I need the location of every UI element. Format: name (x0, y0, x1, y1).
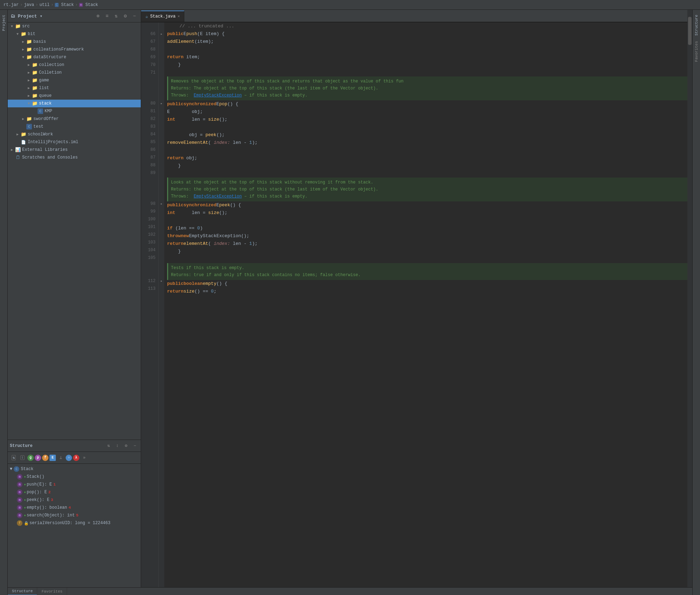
rvt-structure[interactable]: Structure (694, 13, 699, 38)
folder-icon: 📁 (32, 93, 38, 99)
code-line-99: int len = size(); (167, 209, 687, 217)
str-filter-split[interactable]: ⊥ (57, 454, 65, 462)
breadcrumb-util[interactable]: util (39, 2, 49, 7)
tree-item-label: src (22, 24, 30, 29)
str-filter-green[interactable]: g (27, 455, 34, 461)
code-line-98: public synchronized E peek() { (167, 201, 687, 209)
code-line-112: public boolean empty() { (167, 280, 687, 288)
str-filter-purple[interactable]: p (35, 455, 41, 461)
tree-item-basis[interactable]: ▶📁basis (8, 38, 141, 46)
bottom-tab-favorites[interactable]: Favorites (37, 588, 67, 595)
breadcrumb-jar[interactable]: rt.jar (4, 2, 19, 7)
tree-item-test[interactable]: Ctest (8, 123, 141, 131)
collapse-all-btn[interactable]: ≡ (104, 13, 111, 20)
str-item-search[interactable]: m●search(Object): int5 (8, 512, 141, 519)
tree-item-label: schoolWork (28, 132, 53, 137)
tree-item-label: game (39, 78, 49, 83)
code-line-82: int len = size(); (167, 116, 687, 123)
method-icon: m (17, 474, 22, 480)
tree-item-IntellijProjects[interactable]: 📄IntellijProjects.iml (8, 138, 141, 146)
bp-cell-112: ▸ (160, 277, 163, 285)
breadcrumb-sep1: › (20, 2, 22, 7)
scroll-thumb[interactable] (688, 17, 692, 45)
tree-item-label: basis (33, 39, 46, 44)
str-item-pop[interactable]: m●pop(): E2 (8, 488, 141, 496)
tree-item-src[interactable]: ▼📁src (8, 22, 141, 30)
tree-arrow: ▼ (15, 32, 20, 36)
breadcrumb: rt.jar › java › util › C Stack › m Stack (0, 0, 700, 10)
str-item-peek[interactable]: m●peek(): E3 (8, 496, 141, 504)
tree-arrow: ▶ (26, 94, 32, 98)
code-line-103: return elementAt( index: len - 1); (167, 240, 687, 248)
line-num-85: 85 (151, 138, 156, 146)
tree-item-dataStructure[interactable]: ▼📁dataStructure (8, 53, 141, 61)
str-filter-blue[interactable]: E (49, 455, 56, 461)
editor-scrollbar[interactable] (687, 10, 692, 587)
folder-icon: 📁 (26, 116, 32, 122)
tree-item-bit[interactable]: ▼📁bit (8, 30, 141, 38)
line-num-82: 82 (151, 115, 156, 123)
breadcrumb-class2[interactable]: m Stack (79, 2, 98, 7)
visibility-icon: ● (24, 483, 26, 487)
sort-btn[interactable]: ⇅ (113, 13, 120, 20)
line-num-99: 99 (151, 208, 156, 215)
editor-panel: ☕ Stack.java × 6667686970718081828384858… (141, 10, 687, 587)
str-filter-fields[interactable]: ↕ (19, 454, 26, 462)
folder-icon: 📁 (26, 54, 32, 60)
tree-item-game[interactable]: ▶📁game (8, 76, 141, 84)
tree-arrow: ▶ (26, 78, 32, 82)
line-num-87: 87 (151, 154, 156, 161)
breadcrumb-class1[interactable]: C Stack (55, 2, 74, 7)
line-num-86: 86 (151, 146, 156, 154)
str-item-class-stack[interactable]: ▼CStack (8, 465, 141, 473)
tab-stack-java[interactable]: ☕ Stack.java × (141, 11, 184, 22)
code-editor[interactable]: 6667686970718081828384858687888998991001… (141, 22, 687, 587)
line-num-101: 101 (148, 223, 156, 231)
str-sort-btn1[interactable]: ⇅ (105, 442, 112, 450)
tree-item-Scratches[interactable]: 🗒Scratches and Consoles (8, 154, 141, 161)
str-filter-orange[interactable]: f (42, 455, 48, 461)
str-item-num: 2 (48, 490, 51, 494)
rvt-favorites[interactable]: Favorites (694, 39, 699, 64)
str-filter-circle[interactable]: ○ (66, 455, 72, 461)
javadoc-block: Tests if this stack is empty.Returns: tr… (167, 263, 687, 280)
tree-item-Colletion[interactable]: ▶📁Colletion (8, 69, 141, 76)
hide-panel-btn[interactable]: − (131, 13, 138, 20)
str-hide-btn[interactable]: − (131, 442, 139, 450)
code-line-85: removeElementAt( index: len - 1); (167, 139, 687, 147)
folder-icon: 📁 (32, 62, 38, 68)
str-item-constructor[interactable]: m●Stack() (8, 473, 141, 481)
tab-bar: ☕ Stack.java × (141, 10, 687, 22)
tab-java-icon: ☕ (145, 14, 148, 19)
gear-btn[interactable]: ⚙ (122, 13, 129, 20)
bottom-tab-structure[interactable]: Structure (8, 588, 37, 595)
project-nav-button[interactable]: Project (1, 13, 7, 33)
str-item-serialUID[interactable]: f🔒serialVersionUID: long = 1224463 (8, 519, 141, 527)
tree-item-ExternalLibraries[interactable]: ▶📊External Libraries (8, 146, 141, 154)
str-item-empty[interactable]: m●empty(): boolean4 (8, 504, 141, 512)
str-more-btn[interactable]: » (80, 454, 88, 462)
tree-item-collections[interactable]: ▶📁colleationsFramework (8, 46, 141, 53)
tree-item-collection[interactable]: ▶📁collection (8, 61, 141, 69)
str-item-push[interactable]: m●push(E): E1 (8, 481, 141, 488)
str-filter-lambda[interactable]: λ (73, 455, 79, 461)
code-line-101: if (len == 0) (167, 225, 687, 232)
str-sort-btn2[interactable]: ↕ (113, 442, 121, 450)
tree-item-list[interactable]: ▶📁list (8, 84, 141, 92)
str-settings-btn[interactable]: ⚙ (122, 442, 130, 450)
method-icon: m (17, 513, 22, 518)
tree-item-queue[interactable]: ▶📁queue (8, 92, 141, 100)
tree-item-schoolWork[interactable]: ▶📁schoolWork (8, 131, 141, 138)
tree-item-stack[interactable]: ▼📁stack (8, 100, 141, 107)
scope-icon-btn[interactable]: ⊕ (94, 13, 101, 20)
tree-item-swordOffer[interactable]: ▶📁swordOffer (8, 115, 141, 123)
iml-icon: 📄 (20, 139, 27, 145)
str-filter-inherited[interactable]: ⇅ (10, 454, 18, 462)
breadcrumb-java[interactable]: java (24, 2, 34, 7)
tree-arrow: ▶ (20, 47, 26, 52)
method-icon: m (17, 482, 22, 487)
doc-line: Throws: EmptyStackException – if this st… (171, 193, 685, 200)
tab-close-btn[interactable]: × (178, 14, 180, 19)
tree-item-KMP[interactable]: CKMP (8, 107, 141, 115)
doc-line: Returns: the object at the top of this s… (171, 186, 685, 193)
